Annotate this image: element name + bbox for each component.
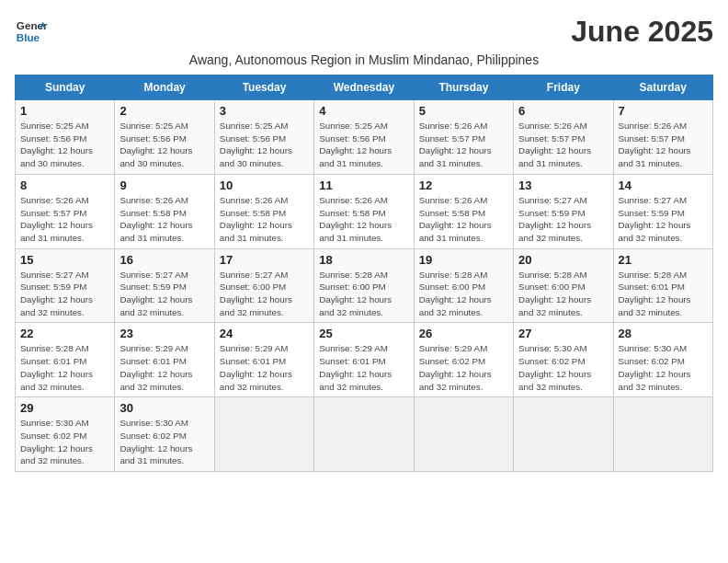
calendar-cell: 29Sunrise: 5:30 AM Sunset: 6:02 PM Dayli… [16,397,115,472]
calendar-cell: 4Sunrise: 5:25 AM Sunset: 5:56 PM Daylig… [314,100,414,175]
day-info: Sunrise: 5:29 AM Sunset: 6:01 PM Dayligh… [119,342,209,393]
weekday-header: Monday [115,75,214,100]
day-number: 6 [518,104,608,118]
calendar-cell: 17Sunrise: 5:27 AM Sunset: 6:00 PM Dayli… [214,248,313,323]
day-info: Sunrise: 5:28 AM Sunset: 6:01 PM Dayligh… [20,342,109,393]
day-info: Sunrise: 5:28 AM Sunset: 6:00 PM Dayligh… [319,269,408,319]
day-info: Sunrise: 5:26 AM Sunset: 5:57 PM Dayligh… [419,120,508,170]
calendar-cell: 24Sunrise: 5:29 AM Sunset: 6:01 PM Dayli… [214,323,313,397]
day-number: 29 [20,401,109,415]
calendar-cell: 27Sunrise: 5:30 AM Sunset: 6:02 PM Dayli… [514,323,613,397]
day-number: 10 [220,178,309,192]
subtitle: Awang, Autonomous Region in Muslim Minda… [15,52,713,67]
day-info: Sunrise: 5:29 AM Sunset: 6:02 PM Dayligh… [419,342,508,393]
day-number: 24 [220,327,309,340]
day-number: 5 [419,104,508,118]
day-number: 27 [518,327,608,340]
day-info: Sunrise: 5:27 AM Sunset: 5:59 PM Dayligh… [518,194,608,245]
day-info: Sunrise: 5:25 AM Sunset: 5:56 PM Dayligh… [319,120,408,170]
day-info: Sunrise: 5:26 AM Sunset: 5:58 PM Dayligh… [119,194,209,245]
calendar-cell [613,397,712,472]
day-number: 7 [619,104,708,118]
calendar-table: SundayMondayTuesdayWednesdayThursdayFrid… [15,75,713,472]
calendar-cell: 3Sunrise: 5:25 AM Sunset: 5:56 PM Daylig… [214,100,313,175]
calendar-cell: 6Sunrise: 5:26 AM Sunset: 5:57 PM Daylig… [514,100,613,175]
day-number: 13 [518,178,608,192]
calendar-cell: 7Sunrise: 5:26 AM Sunset: 5:57 PM Daylig… [613,100,712,175]
day-number: 12 [419,178,508,192]
calendar-cell: 14Sunrise: 5:27 AM Sunset: 5:59 PM Dayli… [613,174,712,248]
logo-icon: General Blue [15,15,48,48]
logo: General Blue [15,15,48,48]
day-info: Sunrise: 5:25 AM Sunset: 5:56 PM Dayligh… [20,120,109,170]
day-info: Sunrise: 5:28 AM Sunset: 6:01 PM Dayligh… [619,269,708,319]
day-number: 4 [319,104,408,118]
weekday-header: Saturday [613,75,712,100]
day-info: Sunrise: 5:26 AM Sunset: 5:57 PM Dayligh… [619,120,708,170]
header: General Blue June 2025 [15,15,713,49]
calendar-cell: 18Sunrise: 5:28 AM Sunset: 6:00 PM Dayli… [314,248,414,323]
day-number: 28 [619,327,708,340]
day-number: 18 [319,253,408,267]
weekday-header: Wednesday [314,75,414,100]
calendar-cell: 12Sunrise: 5:26 AM Sunset: 5:58 PM Dayli… [414,174,513,248]
calendar-cell: 2Sunrise: 5:25 AM Sunset: 5:56 PM Daylig… [115,100,214,175]
day-number: 17 [220,253,309,267]
calendar-cell: 26Sunrise: 5:29 AM Sunset: 6:02 PM Dayli… [414,323,513,397]
calendar-cell: 30Sunrise: 5:30 AM Sunset: 6:02 PM Dayli… [115,397,214,472]
calendar-cell: 16Sunrise: 5:27 AM Sunset: 5:59 PM Dayli… [115,248,214,323]
calendar-cell: 11Sunrise: 5:26 AM Sunset: 5:58 PM Dayli… [314,174,414,248]
day-number: 21 [619,253,708,267]
calendar-cell [314,397,414,472]
day-number: 1 [20,104,109,118]
day-info: Sunrise: 5:29 AM Sunset: 6:01 PM Dayligh… [220,342,309,393]
day-info: Sunrise: 5:30 AM Sunset: 6:02 PM Dayligh… [518,342,608,393]
calendar-cell [514,397,613,472]
day-number: 11 [319,178,408,192]
calendar-cell: 21Sunrise: 5:28 AM Sunset: 6:01 PM Dayli… [613,248,712,323]
month-title: June 2025 [571,15,713,49]
svg-text:Blue: Blue [17,31,40,43]
calendar-cell [414,397,513,472]
day-info: Sunrise: 5:27 AM Sunset: 5:59 PM Dayligh… [20,269,109,319]
day-info: Sunrise: 5:30 AM Sunset: 6:02 PM Dayligh… [119,417,209,467]
day-info: Sunrise: 5:25 AM Sunset: 5:56 PM Dayligh… [119,120,209,170]
day-number: 23 [119,327,209,340]
day-number: 8 [20,178,109,192]
weekday-header: Thursday [414,75,513,100]
calendar-cell [214,397,313,472]
day-number: 30 [119,401,209,415]
calendar-cell: 25Sunrise: 5:29 AM Sunset: 6:01 PM Dayli… [314,323,414,397]
calendar-cell: 19Sunrise: 5:28 AM Sunset: 6:00 PM Dayli… [414,248,513,323]
day-info: Sunrise: 5:26 AM Sunset: 5:57 PM Dayligh… [20,194,109,245]
day-info: Sunrise: 5:25 AM Sunset: 5:56 PM Dayligh… [220,120,309,170]
weekday-header: Tuesday [214,75,313,100]
day-info: Sunrise: 5:30 AM Sunset: 6:02 PM Dayligh… [20,417,109,467]
calendar-cell: 15Sunrise: 5:27 AM Sunset: 5:59 PM Dayli… [16,248,115,323]
day-number: 14 [619,178,708,192]
day-number: 22 [20,327,109,340]
weekday-header: Sunday [16,75,115,100]
day-info: Sunrise: 5:29 AM Sunset: 6:01 PM Dayligh… [319,342,408,393]
day-info: Sunrise: 5:26 AM Sunset: 5:58 PM Dayligh… [319,194,408,245]
day-info: Sunrise: 5:26 AM Sunset: 5:58 PM Dayligh… [419,194,508,245]
calendar-cell: 28Sunrise: 5:30 AM Sunset: 6:02 PM Dayli… [613,323,712,397]
day-info: Sunrise: 5:30 AM Sunset: 6:02 PM Dayligh… [619,342,708,393]
day-info: Sunrise: 5:27 AM Sunset: 6:00 PM Dayligh… [220,269,309,319]
day-number: 19 [419,253,508,267]
calendar-cell: 22Sunrise: 5:28 AM Sunset: 6:01 PM Dayli… [16,323,115,397]
day-info: Sunrise: 5:26 AM Sunset: 5:58 PM Dayligh… [220,194,309,245]
day-info: Sunrise: 5:27 AM Sunset: 5:59 PM Dayligh… [119,269,209,319]
day-number: 15 [20,253,109,267]
day-number: 3 [220,104,309,118]
day-info: Sunrise: 5:28 AM Sunset: 6:00 PM Dayligh… [518,269,608,319]
calendar-cell: 1Sunrise: 5:25 AM Sunset: 5:56 PM Daylig… [16,100,115,175]
day-info: Sunrise: 5:26 AM Sunset: 5:57 PM Dayligh… [518,120,608,170]
day-number: 9 [119,178,209,192]
day-number: 26 [419,327,508,340]
calendar-cell: 5Sunrise: 5:26 AM Sunset: 5:57 PM Daylig… [414,100,513,175]
day-number: 20 [518,253,608,267]
day-number: 16 [119,253,209,267]
day-number: 25 [319,327,408,340]
calendar-cell: 10Sunrise: 5:26 AM Sunset: 5:58 PM Dayli… [214,174,313,248]
